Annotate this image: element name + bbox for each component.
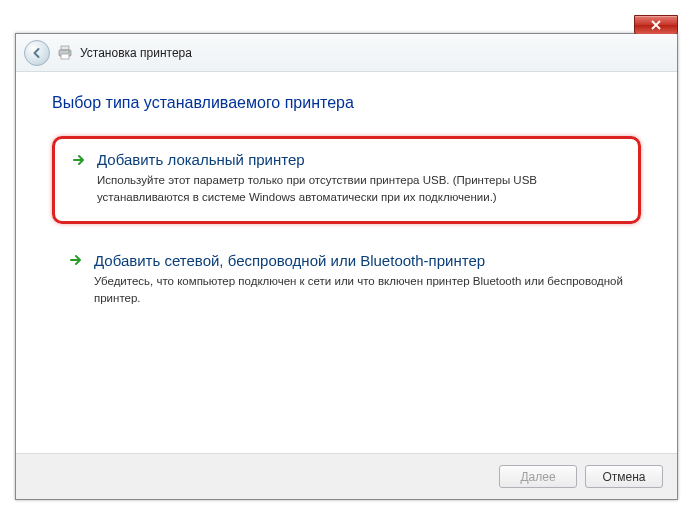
arrow-right-icon	[68, 252, 84, 268]
option-description: Убедитесь, что компьютер подключен к сет…	[94, 273, 625, 308]
page-title: Выбор типа устанавливаемого принтера	[52, 94, 641, 112]
svg-rect-0	[61, 46, 69, 50]
back-arrow-icon	[30, 46, 44, 60]
option-title: Добавить локальный принтер	[97, 151, 305, 168]
svg-point-3	[68, 51, 70, 53]
option-description: Используйте этот параметр только при отс…	[97, 172, 622, 207]
close-icon	[650, 20, 662, 30]
option-header: Добавить локальный принтер	[71, 151, 622, 168]
option-network-printer[interactable]: Добавить сетевой, беспроводной или Bluet…	[52, 240, 641, 322]
close-button[interactable]	[634, 15, 678, 35]
option-header: Добавить сетевой, беспроводной или Bluet…	[68, 252, 625, 269]
next-button[interactable]: Далее	[499, 465, 577, 488]
printer-icon	[56, 44, 74, 62]
cancel-button[interactable]: Отмена	[585, 465, 663, 488]
option-title: Добавить сетевой, беспроводной или Bluet…	[94, 252, 485, 269]
titlebar-text: Установка принтера	[80, 46, 192, 60]
titlebar: Установка принтера	[16, 34, 677, 72]
wizard-window: Установка принтера Выбор типа устанавлив…	[15, 33, 678, 500]
arrow-right-icon	[71, 152, 87, 168]
content-area: Выбор типа устанавливаемого принтера Доб…	[16, 72, 677, 453]
option-local-printer[interactable]: Добавить локальный принтер Используйте э…	[52, 136, 641, 224]
svg-rect-2	[61, 54, 69, 59]
button-bar: Далее Отмена	[16, 453, 677, 499]
back-button[interactable]	[24, 40, 50, 66]
